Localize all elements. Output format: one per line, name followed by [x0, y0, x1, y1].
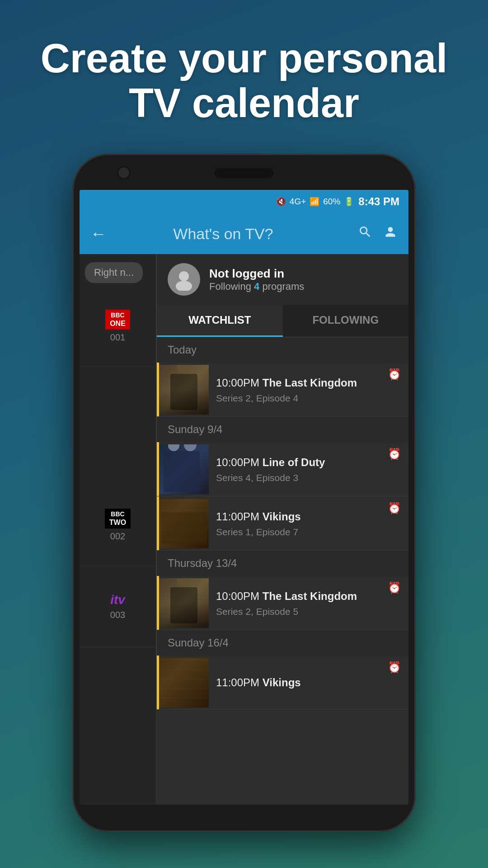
date-today: Today	[157, 337, 408, 363]
program-time-title: 10:00PM Line of Duty	[216, 455, 401, 470]
channel-num-002: 002	[110, 531, 125, 542]
program-time-title: 10:00PM The Last Kingdom	[216, 589, 401, 604]
schedule-list: Today 10:00PM The Last Ki	[157, 337, 408, 710]
program-item[interactable]: 10:00PM Line of Duty Series 4, Episode 3…	[157, 442, 408, 496]
content-area: Right n... BBC ONE 001 BBC	[80, 254, 408, 805]
program-episode: Series 4, Episode 3	[216, 472, 401, 483]
program-item[interactable]: 10:00PM The Last Kingdom Series 2, Episo…	[157, 363, 408, 417]
bbc-one-badge: BBC ONE	[105, 310, 130, 330]
channel-bbc-two: BBC TWO 002	[80, 485, 156, 566]
program-item[interactable]: 11:00PM Vikings ⏰	[157, 656, 408, 710]
program-thumb	[159, 578, 209, 628]
channel-itv: itv 003	[80, 566, 156, 647]
itv-badge: itv	[110, 593, 125, 607]
user-text: Not logged in Following 4 programs	[209, 267, 304, 292]
channel-bbc-one: BBC ONE 001	[80, 286, 156, 367]
tab-watchlist[interactable]: WATCHLIST	[157, 305, 283, 337]
search-icon[interactable]	[358, 225, 372, 243]
program-thumb	[159, 444, 209, 494]
user-following-label: Following 4 programs	[209, 281, 304, 292]
hero-section: Create your personal TV calendar	[0, 0, 488, 144]
svg-point-1	[176, 281, 192, 291]
program-info: 11:00PM Vikings Series 1, Episode 7	[209, 503, 408, 544]
alarm-icon[interactable]: ⏰	[388, 448, 401, 460]
program-time-title: 11:00PM Vikings	[216, 509, 401, 524]
back-button[interactable]: ←	[90, 224, 107, 243]
app-toolbar: ← What's on TV?	[80, 213, 408, 254]
channel-num-001: 001	[110, 332, 125, 343]
alarm-icon[interactable]: ⏰	[388, 368, 401, 381]
dropdown-panel: Not logged in Following 4 programs WATCH…	[156, 254, 408, 710]
battery-label: 60%	[323, 197, 340, 207]
phone-speaker	[215, 168, 273, 178]
signal-label: 4G+	[290, 197, 306, 207]
toolbar-icons	[358, 225, 398, 243]
program-thumb	[159, 365, 209, 415]
channel-num-003: 003	[110, 610, 125, 620]
phone-camera	[117, 166, 130, 179]
hero-title: Create your personal TV calendar	[27, 36, 461, 126]
program-info: 10:00PM The Last Kingdom Series 2, Episo…	[209, 582, 408, 624]
alarm-icon[interactable]: ⏰	[388, 661, 401, 674]
phone-screen: 🔇 4G+ 📶 60% 🔋 8:43 PM ← What's on TV?	[80, 190, 408, 805]
program-episode: Series 2, Episode 5	[216, 606, 401, 617]
mute-icon: 🔇	[276, 197, 286, 207]
user-info-section: Not logged in Following 4 programs	[157, 254, 408, 305]
program-info: 11:00PM Vikings	[209, 669, 408, 697]
date-thursday-13-4: Thursday 13/4	[157, 551, 408, 576]
date-sunday-9-4: Sunday 9/4	[157, 417, 408, 442]
program-item[interactable]: 10:00PM The Last Kingdom Series 2, Episo…	[157, 576, 408, 630]
right-now-tab[interactable]: Right n...	[85, 262, 143, 283]
user-avatar	[168, 263, 200, 296]
tab-bar: WATCHLIST FOLLOWING	[157, 305, 408, 337]
program-info: 10:00PM The Last Kingdom Series 2, Episo…	[209, 369, 408, 410]
battery-icon: 🔋	[344, 197, 354, 207]
toolbar-title: What's on TV?	[116, 225, 331, 243]
user-status-label: Not logged in	[209, 267, 304, 281]
phone-device: 🔇 4G+ 📶 60% 🔋 8:43 PM ← What's on TV?	[72, 154, 416, 823]
channel-strip: Right n... BBC ONE 001 BBC	[80, 254, 156, 805]
status-bar: 🔇 4G+ 📶 60% 🔋 8:43 PM	[80, 190, 408, 213]
program-episode: Series 1, Episode 7	[216, 527, 401, 538]
bbc-two-badge: BBC TWO	[105, 509, 131, 528]
date-sunday-16-4: Sunday 16/4	[157, 630, 408, 656]
program-time-title: 11:00PM Vikings	[216, 675, 401, 690]
alarm-icon[interactable]: ⏰	[388, 581, 401, 594]
program-thumb	[159, 658, 209, 708]
program-info: 10:00PM Line of Duty Series 4, Episode 3	[209, 448, 408, 490]
tab-following[interactable]: FOLLOWING	[283, 305, 409, 337]
program-time-title: 10:00PM The Last Kingdom	[216, 375, 401, 391]
svg-point-0	[179, 271, 189, 281]
time-label: 8:43 PM	[358, 195, 399, 208]
program-episode: Series 2, Episode 4	[216, 393, 401, 404]
phone-body: 🔇 4G+ 📶 60% 🔋 8:43 PM ← What's on TV?	[72, 154, 416, 832]
program-item[interactable]: 11:00PM Vikings Series 1, Episode 7 ⏰	[157, 496, 408, 551]
status-icons: 🔇 4G+ 📶 60% 🔋	[276, 197, 354, 207]
signal-bars-icon: 📶	[310, 197, 319, 207]
program-thumb	[159, 499, 209, 548]
profile-icon[interactable]	[383, 225, 398, 243]
alarm-icon[interactable]: ⏰	[388, 502, 401, 514]
